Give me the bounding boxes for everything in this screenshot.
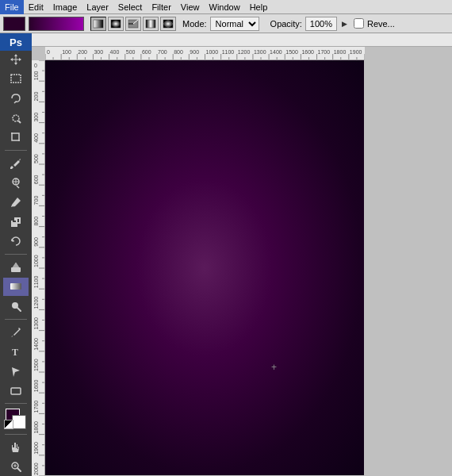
- ruler-v-inner: [32, 60, 45, 476]
- crop-tool[interactable]: [3, 128, 29, 147]
- svg-line-18: [17, 308, 21, 311]
- gradient-radial-btn[interactable]: [108, 17, 124, 31]
- shape-tool[interactable]: [3, 382, 29, 401]
- eyedropper-tool[interactable]: [3, 154, 29, 173]
- quick-select-tool[interactable]: [3, 109, 29, 128]
- gradient-angle-btn[interactable]: [125, 17, 141, 31]
- menu-view[interactable]: View: [176, 0, 205, 14]
- hand-tool[interactable]: [3, 438, 29, 457]
- healing-brush-tool[interactable]: [3, 174, 29, 193]
- svg-rect-15: [11, 267, 21, 272]
- toolbar-divider-2: [5, 254, 27, 255]
- svg-rect-0: [94, 20, 103, 28]
- toolbar-divider-3: [5, 319, 27, 320]
- svg-rect-1: [111, 20, 121, 28]
- clone-stamp-tool[interactable]: [3, 213, 29, 232]
- menu-file[interactable]: File: [0, 0, 24, 14]
- zoom-tool[interactable]: [3, 457, 29, 476]
- svg-rect-16: [10, 283, 21, 290]
- opacity-arrow: ▶: [342, 20, 347, 28]
- tool-preset-picker[interactable]: [3, 17, 25, 31]
- ruler-h-inner: [45, 47, 365, 60]
- move-tool[interactable]: [3, 50, 29, 69]
- options-bar: Mode: Normal Opacity: ▶ Reve...: [0, 14, 452, 33]
- menu-bar: File Edit Image Layer Select Filter View…: [0, 0, 452, 14]
- right-panel: [365, 47, 452, 476]
- gradient-radial-icon: [110, 19, 121, 29]
- eraser-tool[interactable]: [3, 258, 29, 277]
- main-canvas[interactable]: +: [45, 60, 364, 475]
- gradient-tool[interactable]: [3, 278, 29, 297]
- canvas-area: +: [32, 47, 365, 476]
- gradient-angle-icon: [128, 19, 139, 29]
- brush-tool[interactable]: [3, 193, 29, 212]
- toolbar: T: [0, 47, 32, 476]
- pen-tool[interactable]: [3, 323, 29, 342]
- menu-image[interactable]: Image: [48, 0, 82, 14]
- mode-label: Mode:: [182, 19, 207, 29]
- gradient-diamond-icon: [163, 19, 174, 29]
- svg-rect-20: [11, 388, 21, 394]
- color-swatches: [4, 409, 28, 429]
- menu-edit[interactable]: Edit: [24, 0, 48, 14]
- ps-logo: Ps: [0, 33, 32, 51]
- quick-mask-icon[interactable]: [4, 420, 13, 429]
- dodge-tool[interactable]: [3, 297, 29, 316]
- svg-line-22: [17, 468, 21, 471]
- opacity-label: Opacity:: [270, 19, 302, 29]
- cursor-crosshair: +: [271, 362, 277, 373]
- svg-line-10: [18, 121, 21, 123]
- svg-text:T: T: [12, 347, 18, 358]
- toolbar-divider-4: [5, 403, 27, 404]
- lasso-tool[interactable]: [3, 89, 29, 108]
- reverse-checkbox[interactable]: [354, 18, 364, 29]
- menu-filter[interactable]: Filter: [147, 0, 175, 14]
- toolbar-divider-5: [5, 434, 27, 435]
- menu-layer[interactable]: Layer: [82, 0, 113, 14]
- toolbar-divider-1: [5, 150, 27, 151]
- menu-help[interactable]: Help: [245, 0, 273, 14]
- gradient-linear-icon: [93, 19, 104, 29]
- svg-line-14: [17, 186, 19, 188]
- reverse-label: Reve...: [367, 19, 395, 29]
- menu-window[interactable]: Window: [205, 0, 245, 14]
- gradient-type-group: [90, 17, 176, 31]
- history-brush-tool[interactable]: [3, 232, 29, 251]
- gradient-diamond-btn[interactable]: [160, 17, 176, 31]
- type-tool[interactable]: T: [3, 342, 29, 361]
- opacity-input[interactable]: [305, 17, 337, 31]
- path-select-tool[interactable]: [3, 362, 29, 381]
- svg-rect-5: [146, 20, 155, 28]
- marquee-rect-tool[interactable]: [3, 70, 29, 89]
- mode-select[interactable]: Normal: [210, 17, 259, 31]
- gradient-preview[interactable]: [29, 17, 84, 31]
- gradient-reflected-btn[interactable]: [143, 17, 159, 31]
- svg-point-9: [13, 115, 19, 121]
- menu-select[interactable]: Select: [113, 0, 147, 14]
- background-color[interactable]: [12, 415, 26, 429]
- svg-rect-6: [163, 20, 173, 28]
- svg-rect-8: [11, 75, 21, 83]
- ruler-horizontal: [32, 33, 452, 47]
- gradient-reflected-icon: [145, 19, 156, 29]
- gradient-linear-btn[interactable]: [90, 17, 106, 31]
